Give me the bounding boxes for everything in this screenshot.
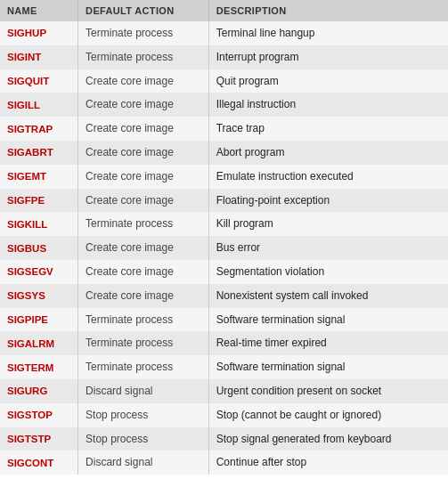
signal-default-action: Create core image: [78, 260, 209, 284]
signals-table: NAME DEFAULT ACTION DESCRIPTION SIGHUPTe…: [0, 0, 448, 475]
table-row: SIGEMTCreate core imageEmulate instructi…: [0, 165, 448, 189]
table-row: SIGSTOPStop processStop (cannot be caugh…: [0, 403, 448, 427]
signal-default-action: Terminate process: [78, 308, 209, 332]
table-row: SIGTSTPStop processStop signal generated…: [0, 427, 448, 451]
signal-name: SIGPIPE: [0, 308, 78, 332]
table-row: SIGKILLTerminate processKill program: [0, 212, 448, 236]
table-row: SIGCONTDiscard signalContinue after stop: [0, 450, 448, 475]
signal-default-action: Terminate process: [78, 21, 209, 45]
signal-description: Floating-point exception: [208, 189, 448, 213]
signal-name: SIGSEGV: [0, 260, 78, 284]
table-row: SIGBUSCreate core imageBus error: [0, 236, 448, 260]
signal-description: Illegal instruction: [208, 93, 448, 117]
table-row: SIGILLCreate core imageIllegal instructi…: [0, 93, 448, 117]
signal-default-action: Terminate process: [78, 355, 209, 379]
signal-description: Bus error: [208, 236, 448, 260]
signal-description: Quit program: [208, 69, 448, 93]
signal-name: SIGHUP: [0, 21, 78, 45]
signal-default-action: Create core image: [78, 141, 209, 165]
signal-name: SIGINT: [0, 45, 78, 69]
signal-description: Emulate instruction executed: [208, 165, 448, 189]
signal-default-action: Create core image: [78, 236, 209, 260]
signal-description: Stop signal generated from keyboard: [208, 427, 448, 451]
signal-default-action: Stop process: [78, 427, 209, 451]
signal-description: Continue after stop: [208, 450, 448, 475]
signal-default-action: Discard signal: [78, 450, 209, 475]
table-row: SIGHUPTerminate processTerminal line han…: [0, 21, 448, 45]
signal-description: Stop (cannot be caught or ignored): [208, 403, 448, 427]
signal-default-action: Create core image: [78, 93, 209, 117]
table-row: SIGALRMTerminate processReal-time timer …: [0, 331, 448, 355]
table-row: SIGURGDiscard signalUrgent condition pre…: [0, 379, 448, 403]
signal-description: Trace trap: [208, 117, 448, 141]
signal-name: SIGILL: [0, 93, 78, 117]
table-row: SIGSYSCreate core imageNonexistent syste…: [0, 284, 448, 308]
signal-name: SIGALRM: [0, 331, 78, 355]
signal-default-action: Create core image: [78, 284, 209, 308]
signal-default-action: Stop process: [78, 403, 209, 427]
signal-default-action: Create core image: [78, 117, 209, 141]
signal-name: SIGSTOP: [0, 403, 78, 427]
signal-name: SIGTERM: [0, 355, 78, 379]
signal-default-action: Create core image: [78, 69, 209, 93]
signal-description: Terminal line hangup: [208, 21, 448, 45]
table-row: SIGINTTerminate processInterrupt program: [0, 45, 448, 69]
signal-description: Interrupt program: [208, 45, 448, 69]
signal-name: SIGEMT: [0, 165, 78, 189]
signal-name: SIGKILL: [0, 212, 78, 236]
signal-description: Software termination signal: [208, 308, 448, 332]
signal-name: SIGCONT: [0, 450, 78, 475]
signal-description: Nonexistent system call invoked: [208, 284, 448, 308]
signal-default-action: Create core image: [78, 189, 209, 213]
signal-description: Urgent condition present on socket: [208, 379, 448, 403]
col-name: NAME: [0, 0, 78, 21]
col-description: DESCRIPTION: [208, 0, 448, 21]
signal-name: SIGSYS: [0, 284, 78, 308]
table-header-row: NAME DEFAULT ACTION DESCRIPTION: [0, 0, 448, 21]
signal-description: Real-time timer expired: [208, 331, 448, 355]
table-row: SIGTERMTerminate processSoftware termina…: [0, 355, 448, 379]
signal-name: SIGABRT: [0, 141, 78, 165]
table-row: SIGSEGVCreate core imageSegmentation vio…: [0, 260, 448, 284]
table-row: SIGTRAPCreate core imageTrace trap: [0, 117, 448, 141]
signal-name: SIGQUIT: [0, 69, 78, 93]
signal-name: SIGURG: [0, 379, 78, 403]
col-default-action: DEFAULT ACTION: [78, 0, 209, 21]
table-row: SIGPIPETerminate processSoftware termina…: [0, 308, 448, 332]
signal-name: SIGBUS: [0, 236, 78, 260]
signal-default-action: Terminate process: [78, 45, 209, 69]
signal-description: Abort program: [208, 141, 448, 165]
signal-name: SIGFPE: [0, 189, 78, 213]
signal-description: Kill program: [208, 212, 448, 236]
signal-name: SIGTRAP: [0, 117, 78, 141]
table-row: SIGQUITCreate core imageQuit program: [0, 69, 448, 93]
signal-default-action: Terminate process: [78, 331, 209, 355]
table-row: SIGFPECreate core imageFloating-point ex…: [0, 189, 448, 213]
signal-default-action: Create core image: [78, 165, 209, 189]
signal-default-action: Discard signal: [78, 379, 209, 403]
signal-default-action: Terminate process: [78, 212, 209, 236]
signal-description: Software termination signal: [208, 355, 448, 379]
table-row: SIGABRTCreate core imageAbort program: [0, 141, 448, 165]
signal-description: Segmentation violation: [208, 260, 448, 284]
signal-name: SIGTSTP: [0, 427, 78, 451]
